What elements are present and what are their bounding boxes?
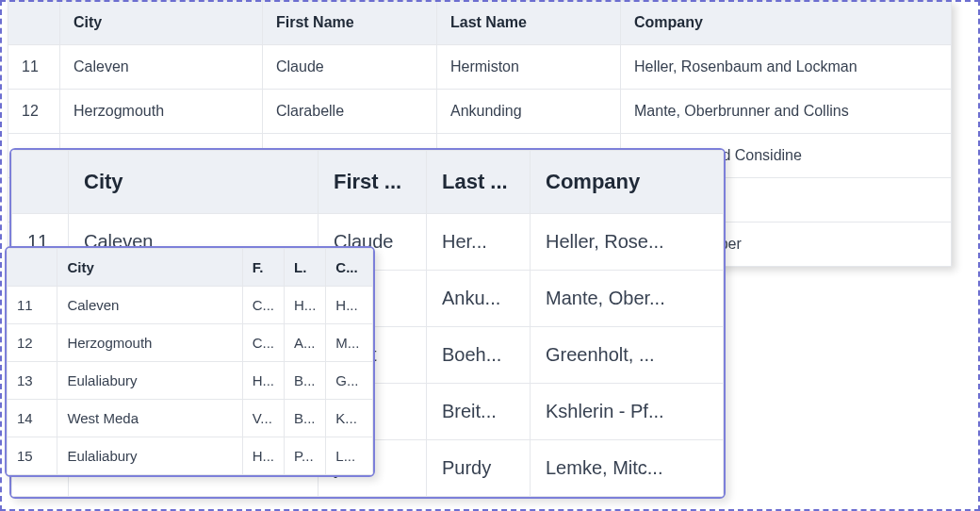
cell-idx[interactable]: 12 [8,324,57,362]
table-row[interactable]: 12HerzogmouthC...A...M... [8,324,373,362]
cell-first[interactable]: H... [242,362,284,400]
cell-last[interactable]: Ankunding [437,90,621,134]
cell-last[interactable]: Her... [427,214,531,271]
header-row: City First Name Last Name Company [8,1,952,45]
cell-idx[interactable]: 13 [8,362,57,400]
cell-last[interactable]: B... [285,400,326,437]
cell-city[interactable]: Herzogmouth [60,90,263,134]
cell-idx[interactable]: 11 [8,287,57,324]
cell-company[interactable]: G... [326,362,373,400]
col-first-name[interactable]: First Name [263,1,437,45]
col-company[interactable]: Company [621,1,952,45]
cell-city[interactable]: Eulaliabury [57,437,242,475]
header-row: City First ... Last ... Company [12,151,724,214]
col-company[interactable]: Company [531,151,724,214]
cell-city[interactable]: Herzogmouth [57,324,242,362]
cell-last[interactable]: Breit... [427,384,531,440]
cell-company[interactable]: Heller, Rosenbaum and Lockman [621,45,952,90]
cell-last[interactable]: B... [285,362,326,400]
cell-city[interactable]: Caleven [57,287,242,324]
cell-company[interactable]: Mante, Ober... [531,271,724,327]
cell-company[interactable]: L... [326,437,373,475]
table-row[interactable]: 15EulaliaburyH...P...L... [8,437,373,475]
cell-idx[interactable]: 12 [8,90,60,134]
col-last-name[interactable]: Last Name [437,1,621,45]
table-row[interactable]: 11CalevenC...H...H... [8,287,373,324]
cell-company[interactable]: Greenholt, ... [531,327,724,384]
cell-company[interactable]: Mante, Oberbrunner and Collins [621,90,952,134]
cell-last[interactable]: Hermiston [437,45,621,90]
cell-last[interactable]: Boeh... [427,327,531,384]
cell-idx[interactable]: 11 [8,45,60,90]
cell-company[interactable]: M... [326,324,373,362]
table-row[interactable]: 14West MedaV...B...K... [8,400,373,437]
cell-first[interactable]: C... [242,324,284,362]
col-company[interactable]: C... [326,249,373,287]
cell-city[interactable]: West Meda [57,400,242,437]
col-index[interactable] [8,249,57,287]
cell-last[interactable]: Anku... [427,271,531,327]
col-city[interactable]: City [60,1,263,45]
cell-city[interactable]: Caleven [60,45,263,90]
header-row: City F. L. C... [8,249,373,287]
cell-company[interactable]: K... [326,400,373,437]
cell-last[interactable]: Purdy [427,440,531,497]
col-city[interactable]: City [57,249,242,287]
col-last-name[interactable]: Last ... [427,151,531,214]
cell-last[interactable]: P... [285,437,326,475]
cell-idx[interactable]: 14 [8,400,57,437]
cell-first[interactable]: V... [242,400,284,437]
col-first-name[interactable]: First ... [318,151,427,214]
col-city[interactable]: City [69,151,318,214]
cell-first[interactable]: H... [242,437,284,475]
col-last-name[interactable]: L. [285,249,326,287]
col-index[interactable] [8,1,60,45]
cell-city[interactable]: Eulaliabury [57,362,242,400]
table-row[interactable]: 13EulaliaburyH...B...G... [8,362,373,400]
table-small[interactable]: City F. L. C... 11CalevenC...H...H...12H… [7,248,373,475]
cell-company[interactable]: H... [326,287,373,324]
table-row[interactable]: 11CalevenClaudeHermistonHeller, Rosenbau… [8,45,952,90]
col-first-name[interactable]: F. [242,249,284,287]
col-index[interactable] [12,151,69,214]
cell-first[interactable]: Claude [263,45,437,90]
data-grid-small: City F. L. C... 11CalevenC...H...H...12H… [5,246,375,477]
table-row[interactable]: 12HerzogmouthClarabelleAnkundingMante, O… [8,90,952,134]
cell-idx[interactable]: 15 [8,437,57,475]
cell-company[interactable]: Kshlerin - Pf... [531,384,724,440]
cell-first[interactable]: C... [242,287,284,324]
cell-last[interactable]: A... [285,324,326,362]
cell-first[interactable]: Clarabelle [263,90,437,134]
cell-company[interactable]: Heller, Rose... [531,214,724,271]
cell-company[interactable]: Lemke, Mitc... [531,440,724,497]
cell-last[interactable]: H... [285,287,326,324]
